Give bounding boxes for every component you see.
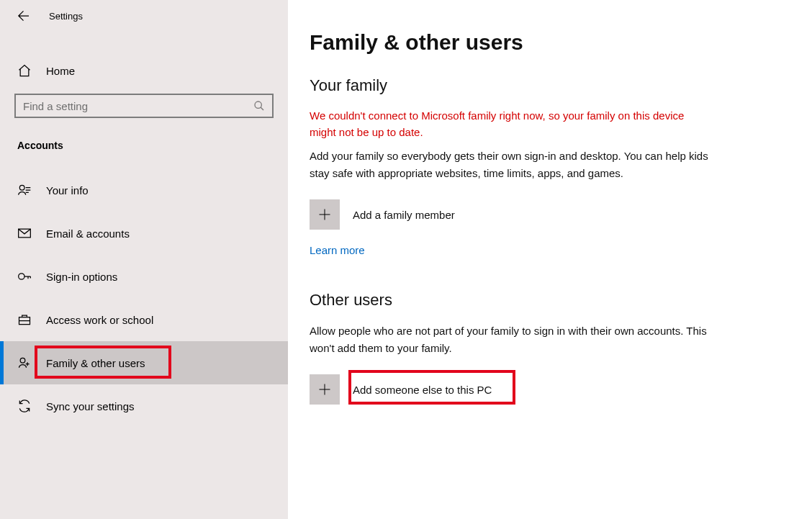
search-input[interactable]	[23, 100, 253, 112]
family-description: Add your family so everybody gets their …	[310, 148, 713, 182]
sync-icon	[17, 399, 32, 413]
back-arrow-icon[interactable]	[14, 9, 29, 23]
add-someone-else-button[interactable]: Add someone else to this PC	[310, 374, 492, 405]
nav-label: Sign-in options	[46, 271, 117, 283]
key-icon	[17, 269, 32, 284]
sidebar-item-email[interactable]: Email & accounts	[0, 212, 288, 255]
nav-label: Email & accounts	[46, 227, 130, 240]
sidebar-item-sync[interactable]: Sync your settings	[0, 384, 288, 428]
main-content: Family & other users Your family We coul…	[288, 0, 812, 519]
nav-label: Family & other users	[46, 357, 145, 369]
page-title: Family & other users	[310, 30, 783, 55]
nav-label: Sync your settings	[46, 400, 135, 412]
sidebar: Settings Home Accounts	[0, 0, 288, 519]
nav-label: Access work or school	[46, 314, 153, 326]
learn-more-link[interactable]: Learn more	[310, 244, 365, 256]
svg-point-3	[19, 274, 24, 279]
search-icon	[253, 100, 265, 112]
add-family-label: Add a family member	[353, 209, 455, 221]
other-users-description: Allow people who are not part of your fa…	[310, 322, 713, 357]
add-someone-else-label: Add someone else to this PC	[353, 384, 492, 396]
user-card-icon	[17, 183, 32, 197]
svg-point-1	[19, 185, 24, 190]
home-label: Home	[46, 65, 75, 77]
nav-list: Your info Email & accounts Sign-in optio…	[0, 168, 288, 428]
svg-point-0	[255, 101, 261, 108]
sidebar-item-family[interactable]: Family & other users	[0, 341, 288, 384]
briefcase-icon	[17, 312, 32, 327]
home-icon	[17, 63, 32, 78]
family-icon	[17, 356, 32, 370]
sidebar-header: Settings	[0, 0, 288, 32]
search-wrap	[0, 85, 288, 118]
sidebar-home[interactable]: Home	[0, 56, 288, 85]
search-box[interactable]	[14, 94, 274, 118]
sidebar-item-your-info[interactable]: Your info	[0, 168, 288, 212]
sidebar-item-work-school[interactable]: Access work or school	[0, 298, 288, 341]
plus-icon	[310, 199, 340, 230]
sidebar-section-label: Accounts	[0, 118, 288, 160]
plus-icon	[310, 374, 340, 405]
settings-label: Settings	[49, 11, 83, 22]
add-family-member-button[interactable]: Add a family member	[310, 199, 455, 230]
svg-point-5	[20, 358, 25, 363]
family-error-text: We couldn't connect to Microsoft family …	[310, 108, 713, 140]
other-users-heading: Other users	[310, 291, 783, 310]
your-family-heading: Your family	[310, 76, 783, 95]
mail-icon	[17, 226, 32, 240]
sidebar-item-signin[interactable]: Sign-in options	[0, 255, 288, 298]
nav-label: Your info	[46, 184, 89, 197]
